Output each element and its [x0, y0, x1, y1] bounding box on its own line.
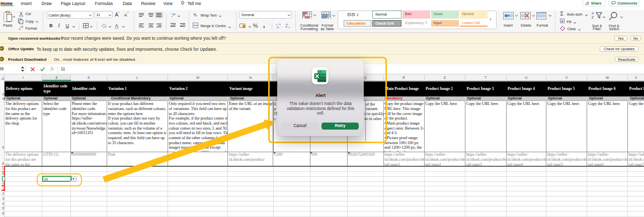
svg-text:.00: .00 [276, 26, 279, 28]
svg-text:0: 0 [289, 26, 290, 28]
svg-text:ab: ab [193, 13, 196, 16]
svg-text:.00: .00 [285, 23, 288, 26]
svg-text:0: 0 [280, 23, 281, 26]
